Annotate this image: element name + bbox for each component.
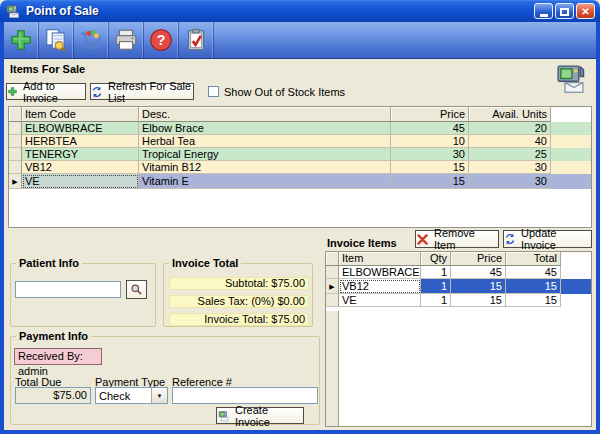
cell-qty[interactable]: 1 bbox=[421, 266, 451, 279]
current-row-arrow[interactable]: ▶ bbox=[326, 279, 339, 294]
row-selector[interactable] bbox=[326, 294, 339, 307]
refresh-icon bbox=[91, 86, 103, 98]
minimize-button[interactable] bbox=[534, 3, 553, 19]
column-header-item[interactable]: Item bbox=[339, 252, 421, 266]
pos-register-icon bbox=[553, 62, 588, 95]
cell-price[interactable]: 45 bbox=[391, 122, 469, 135]
row-selector[interactable] bbox=[9, 161, 22, 174]
toolbar-cart-button[interactable] bbox=[74, 22, 109, 58]
row-selector[interactable] bbox=[9, 135, 22, 148]
cell-price[interactable]: 15 bbox=[451, 294, 506, 307]
cell-total[interactable]: 15 bbox=[506, 279, 561, 294]
row-selector[interactable] bbox=[9, 148, 22, 161]
column-header-price[interactable]: Price bbox=[451, 252, 506, 266]
show-out-of-stock-checkbox[interactable] bbox=[208, 86, 219, 97]
maximize-button[interactable] bbox=[555, 3, 574, 19]
table-row[interactable]: ELBOWBRACE 1 45 45 bbox=[326, 266, 591, 279]
cell-item-code[interactable]: HERBTEA bbox=[22, 135, 139, 148]
cell-avail[interactable]: 30 bbox=[469, 174, 551, 189]
cell-price[interactable]: 45 bbox=[451, 266, 506, 279]
cell-qty[interactable]: 1 bbox=[421, 294, 451, 307]
cell-item-code[interactable]: ELBOWBRACE bbox=[22, 122, 139, 135]
cell-desc[interactable]: Elbow Brace bbox=[139, 122, 391, 135]
column-header-price[interactable]: Price bbox=[391, 107, 469, 122]
column-header-item-code[interactable]: Item Code bbox=[22, 107, 139, 122]
cell-total[interactable]: 45 bbox=[506, 266, 561, 279]
cell-item[interactable]: VE bbox=[339, 294, 421, 307]
create-invoice-label: Create Invoice bbox=[235, 404, 303, 428]
cell-desc[interactable]: Tropical Energy bbox=[139, 148, 391, 161]
cell-desc[interactable]: Vitamin B12 bbox=[139, 161, 391, 174]
cell-qty[interactable]: 1 bbox=[421, 279, 451, 294]
cell-avail[interactable]: 25 bbox=[469, 148, 551, 161]
table-row[interactable]: HERBTEA Herbal Tea 10 40 bbox=[9, 135, 591, 148]
table-row[interactable]: TENERGY Tropical Energy 30 25 bbox=[9, 148, 591, 161]
remove-x-icon bbox=[416, 233, 429, 246]
column-header-total[interactable]: Total bbox=[506, 252, 561, 266]
cell-price[interactable]: 15 bbox=[391, 174, 469, 189]
patient-search-input[interactable] bbox=[15, 281, 121, 298]
patient-search-button[interactable] bbox=[126, 280, 147, 299]
search-icon bbox=[130, 283, 143, 296]
show-out-of-stock-label: Show Out of Stock Items bbox=[224, 86, 345, 98]
close-button[interactable]: ✕ bbox=[576, 3, 595, 19]
cell-total[interactable]: 15 bbox=[506, 294, 561, 307]
cell-item-code[interactable]: VB12 bbox=[22, 161, 139, 174]
table-row[interactable]: VB12 Vitamin B12 15 30 bbox=[9, 161, 591, 174]
toolbar-help-button[interactable]: ? bbox=[144, 22, 179, 58]
table-row-selected[interactable]: ▶ VB12 1 15 15 bbox=[326, 279, 591, 294]
title-bar[interactable]: Point of Sale ✕ bbox=[0, 0, 600, 22]
window-border-left bbox=[0, 22, 4, 434]
grid-header-row: Item Qty Price Total bbox=[326, 252, 591, 266]
update-invoice-label: Update Invoice bbox=[521, 227, 591, 251]
toolbar-print-button[interactable] bbox=[109, 22, 144, 58]
total-due-field: $75.00 bbox=[15, 387, 91, 404]
payment-info-group: Payment Info Received By: admin Total Du… bbox=[10, 336, 320, 425]
find-items-icon bbox=[43, 27, 69, 53]
reference-input[interactable] bbox=[172, 387, 318, 404]
create-invoice-button[interactable]: Create Invoice bbox=[216, 407, 304, 424]
items-for-sale-title: Items For Sale bbox=[10, 63, 85, 75]
toolbar-find-items-button[interactable] bbox=[39, 22, 74, 58]
subtotal-value: Subtotal: $75.00 bbox=[169, 277, 309, 290]
cell-item[interactable]: ELBOWBRACE bbox=[339, 266, 421, 279]
cell-item-focused[interactable]: VB12 bbox=[339, 279, 421, 294]
table-row[interactable]: ELBOWBRACE Elbow Brace 45 20 bbox=[9, 122, 591, 135]
payment-type-combo[interactable]: Check ▼ bbox=[95, 387, 168, 404]
cell-price[interactable]: 30 bbox=[391, 148, 469, 161]
column-header-qty[interactable]: Qty bbox=[421, 252, 451, 266]
toolbar-add-button[interactable] bbox=[4, 22, 39, 58]
payment-type-value: Check bbox=[96, 390, 151, 402]
column-header-desc[interactable]: Desc. bbox=[139, 107, 391, 122]
column-header-avail-units[interactable]: Avail. Units bbox=[469, 107, 551, 122]
row-selector[interactable] bbox=[326, 266, 339, 279]
cell-price[interactable]: 15 bbox=[391, 161, 469, 174]
refresh-for-sale-list-button[interactable]: Refresh For Sale List bbox=[90, 83, 194, 100]
header-selector-cell bbox=[326, 252, 339, 266]
cell-avail[interactable]: 40 bbox=[469, 135, 551, 148]
help-icon: ? bbox=[148, 27, 174, 53]
update-invoice-button[interactable]: Update Invoice bbox=[503, 230, 592, 248]
received-by-badge: Received By: admin bbox=[14, 348, 102, 365]
chevron-down-icon[interactable]: ▼ bbox=[151, 388, 167, 403]
table-row[interactable]: VE 1 15 15 bbox=[326, 294, 591, 307]
invoice-total-group: Invoice Total Subtotal: $75.00 Sales Tax… bbox=[163, 263, 313, 327]
patient-info-group: Patient Info bbox=[10, 263, 156, 327]
cell-desc[interactable]: Vitamin E bbox=[139, 174, 391, 189]
cell-price[interactable]: 15 bbox=[451, 279, 506, 294]
row-selector[interactable] bbox=[9, 122, 22, 135]
cell-desc[interactable]: Herbal Tea bbox=[139, 135, 391, 148]
cell-avail[interactable]: 30 bbox=[469, 161, 551, 174]
remove-item-button[interactable]: Remove Item bbox=[415, 230, 499, 248]
cell-avail[interactable]: 20 bbox=[469, 122, 551, 135]
table-row-selected[interactable]: ▶ VE Vitamin E 15 30 bbox=[9, 174, 591, 189]
toolbar-invoice-button[interactable] bbox=[179, 22, 214, 58]
cell-price[interactable]: 10 bbox=[391, 135, 469, 148]
print-icon bbox=[113, 27, 139, 53]
cell-item-code[interactable]: TENERGY bbox=[22, 148, 139, 161]
payment-info-title: Payment Info bbox=[16, 330, 91, 342]
add-to-invoice-button[interactable]: Add to Invoice bbox=[6, 83, 86, 100]
cell-item-code-focused[interactable]: VE bbox=[22, 174, 139, 189]
window-title: Point of Sale bbox=[26, 4, 532, 18]
current-row-arrow[interactable]: ▶ bbox=[9, 174, 22, 189]
